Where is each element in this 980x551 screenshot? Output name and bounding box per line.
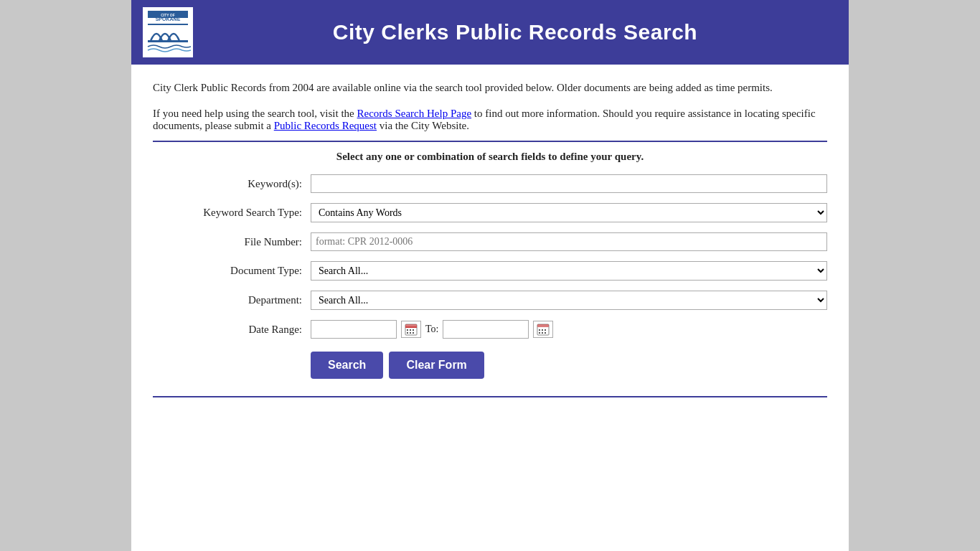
records-search-help-link[interactable]: Records Search Help Page	[357, 108, 472, 119]
svg-rect-18	[542, 329, 543, 331]
header: CITY OF SPOKANE City Clerks Public Recor…	[131, 0, 849, 65]
intro-p1: City Clerk Public Records from 2004 are …	[153, 79, 827, 96]
keyword-search-type-select[interactable]: Contains Any Words Contains All Words Co…	[311, 203, 827, 222]
keyword-search-type-row: Keyword Search Type: Contains Any Words …	[153, 203, 827, 222]
query-heading: Select any one or combination of search …	[153, 151, 827, 163]
calendar-icon	[405, 323, 418, 336]
page-title: City Clerks Public Records Search	[193, 20, 837, 44]
date-to-calendar-button[interactable]	[533, 321, 553, 338]
search-button[interactable]: Search	[311, 352, 383, 379]
svg-rect-11	[413, 329, 414, 331]
keywords-row: Keyword(s):	[153, 174, 827, 193]
svg-text:SPOKANE: SPOKANE	[156, 17, 181, 22]
document-type-row: Document Type: Search All... Ordinance R…	[153, 261, 827, 281]
date-from-calendar-button[interactable]	[401, 321, 421, 338]
clear-form-button[interactable]: Clear Form	[389, 352, 484, 379]
svg-rect-10	[410, 329, 411, 331]
intro-p2-before: If you need help using the search tool, …	[153, 108, 357, 119]
date-to-input[interactable]	[443, 320, 529, 339]
date-range-row: Date Range:	[153, 320, 827, 339]
intro-p2-after: via the City Website.	[377, 120, 469, 131]
department-label: Department:	[153, 294, 311, 306]
svg-rect-16	[537, 324, 549, 327]
svg-rect-17	[539, 329, 540, 331]
keywords-input[interactable]	[311, 174, 827, 193]
svg-rect-20	[539, 332, 540, 334]
logo-area: CITY OF SPOKANE	[143, 7, 193, 57]
svg-rect-22	[545, 332, 546, 334]
keywords-label: Keyword(s):	[153, 178, 311, 190]
date-range-label: Date Range:	[153, 324, 311, 336]
calendar-icon-2	[537, 323, 550, 336]
search-form: Keyword(s): Keyword Search Type: Contain…	[153, 174, 827, 379]
file-number-input[interactable]	[311, 232, 827, 251]
department-select[interactable]: Search All... City Clerk City Council Ma…	[311, 291, 827, 310]
file-number-row: File Number:	[153, 232, 827, 251]
intro-paragraph-2: If you need help using the search tool, …	[153, 108, 827, 132]
svg-rect-12	[407, 332, 408, 334]
city-logo: CITY OF SPOKANE	[145, 9, 191, 55]
svg-rect-19	[545, 329, 546, 331]
app-container: CITY OF SPOKANE City Clerks Public Recor…	[131, 0, 849, 551]
svg-rect-4	[148, 24, 188, 25]
department-row: Department: Search All... City Clerk Cit…	[153, 291, 827, 310]
main-content: City Clerk Public Records from 2004 are …	[131, 65, 849, 419]
to-label: To:	[425, 324, 438, 335]
svg-rect-9	[407, 329, 408, 331]
bottom-divider	[153, 396, 827, 397]
svg-rect-5	[148, 40, 188, 42]
button-row: Search Clear Form	[153, 352, 827, 379]
document-type-select[interactable]: Search All... Ordinance Resolution Contr…	[311, 261, 827, 281]
document-type-label: Document Type:	[153, 265, 311, 277]
file-number-label: File Number:	[153, 236, 311, 248]
keyword-search-type-label: Keyword Search Type:	[153, 207, 311, 219]
intro-paragraph-1: City Clerk Public Records from 2004 are …	[153, 79, 827, 96]
svg-rect-13	[410, 332, 411, 334]
top-divider	[153, 141, 827, 142]
svg-rect-8	[405, 324, 417, 327]
public-records-request-link[interactable]: Public Records Request	[274, 120, 377, 131]
svg-rect-21	[542, 332, 543, 334]
svg-rect-14	[413, 332, 414, 334]
date-from-input[interactable]	[311, 320, 397, 339]
